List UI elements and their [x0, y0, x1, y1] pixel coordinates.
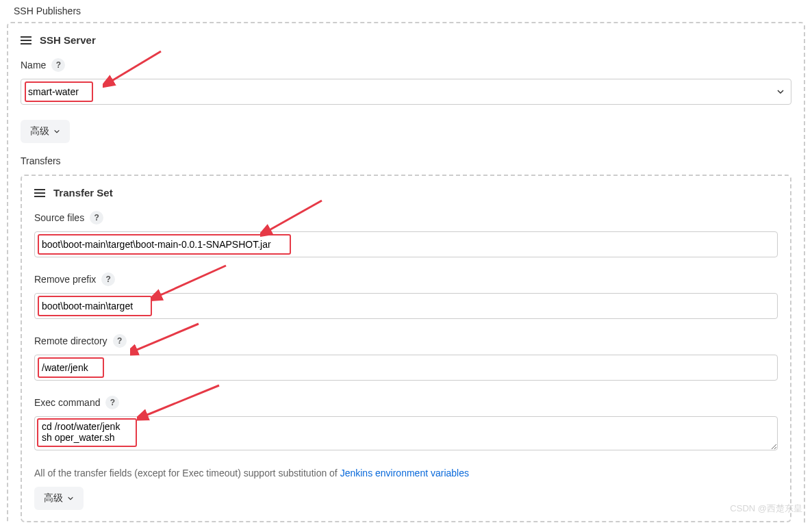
- advanced-button[interactable]: 高级: [34, 487, 84, 510]
- drag-handle-icon[interactable]: [34, 189, 45, 197]
- remove-prefix-input[interactable]: [34, 293, 778, 319]
- watermark: CSDN @西楚东皇: [730, 502, 802, 515]
- remote-dir-input[interactable]: [34, 355, 778, 381]
- exec-cmd-label: Exec command: [34, 397, 100, 408]
- transfer-set-header: Transfer Set: [34, 187, 778, 199]
- help-icon[interactable]: ?: [90, 211, 103, 225]
- transfers-label: Transfers: [21, 155, 791, 166]
- drag-handle-icon[interactable]: [21, 36, 31, 44]
- transfer-set-title: Transfer Set: [53, 187, 113, 199]
- ssh-server-title: SSH Server: [40, 34, 96, 46]
- ssh-server-header: SSH Server: [21, 34, 791, 46]
- env-vars-link[interactable]: Jenkins environment variables: [340, 468, 469, 479]
- remote-dir-label: Remote directory: [34, 335, 107, 346]
- help-icon[interactable]: ?: [113, 334, 127, 348]
- help-icon[interactable]: ?: [105, 396, 119, 409]
- source-files-label: Source files: [34, 212, 84, 223]
- transfer-set-panel: Transfer Set Source files ? Remove prefi…: [21, 175, 791, 522]
- help-icon[interactable]: ?: [101, 272, 115, 286]
- advanced-label: 高级: [44, 492, 63, 505]
- chevron-down-icon: [67, 495, 74, 502]
- ssh-server-panel: SSH Server Name ? smart-water 高级 Transfe…: [7, 22, 805, 523]
- chevron-down-icon: [53, 128, 60, 135]
- name-label: Name: [21, 60, 46, 71]
- source-files-input[interactable]: [34, 231, 778, 257]
- advanced-label: 高级: [30, 125, 49, 138]
- page-section-title: SSH Publishers: [14, 5, 805, 16]
- helper-text: All of the transfer fields (except for E…: [34, 468, 778, 479]
- name-select[interactable]: smart-water: [21, 79, 791, 105]
- remove-prefix-label: Remove prefix: [34, 274, 96, 285]
- advanced-button[interactable]: 高级: [21, 120, 70, 143]
- help-icon[interactable]: ?: [51, 58, 65, 72]
- exec-cmd-textarea[interactable]: [34, 416, 778, 450]
